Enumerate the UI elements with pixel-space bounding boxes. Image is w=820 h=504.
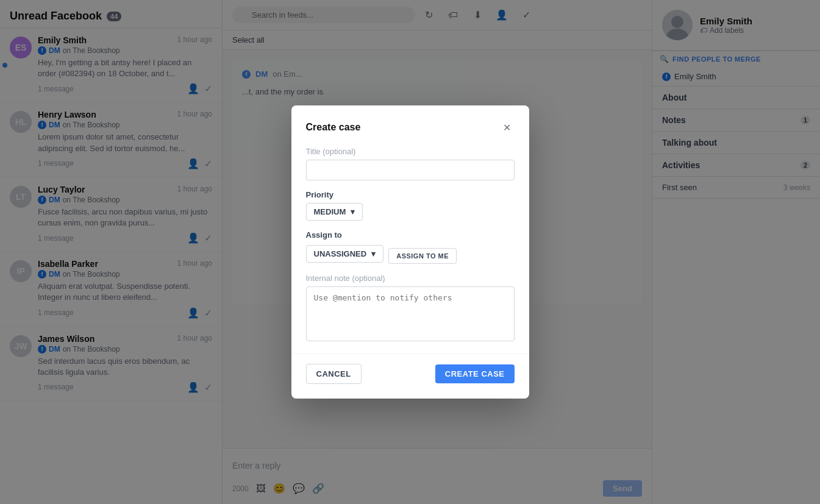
assign-value: UNASSIGNED: [314, 249, 367, 258]
title-label: Title (optional): [306, 147, 515, 156]
internal-note-field: Internal note (optional): [306, 274, 515, 344]
modal-footer: CANCEL CREATE CASE: [306, 364, 515, 384]
priority-field: Priority MEDIUM ▾: [306, 190, 515, 221]
create-case-modal: Create case ✕ Title (optional) Priority …: [291, 105, 529, 399]
modal-header: Create case ✕: [306, 120, 515, 135]
assign-select[interactable]: UNASSIGNED ▾: [306, 245, 384, 263]
assign-label: Assign to: [306, 230, 515, 240]
priority-label: Priority: [306, 190, 515, 199]
modal-title: Create case: [306, 122, 361, 133]
modal-overlay: Create case ✕ Title (optional) Priority …: [0, 0, 820, 504]
priority-chevron: ▾: [351, 207, 355, 216]
title-input[interactable]: [306, 160, 515, 180]
assign-chevron: ▾: [371, 249, 376, 258]
modal-close-button[interactable]: ✕: [500, 120, 515, 135]
create-case-button[interactable]: CREATE CASE: [435, 364, 515, 383]
assign-field: Assign to UNASSIGNED ▾ ASSIGN TO ME: [306, 230, 515, 264]
modal-divider: [291, 353, 529, 354]
title-optional: (optional): [323, 147, 355, 156]
priority-select[interactable]: MEDIUM ▾: [306, 203, 363, 221]
internal-note-label: Internal note (optional): [306, 274, 515, 283]
internal-note-textarea[interactable]: [306, 286, 515, 341]
internal-note-optional: (optional): [352, 274, 385, 283]
priority-value: MEDIUM: [314, 207, 346, 216]
cancel-button[interactable]: CANCEL: [306, 364, 362, 384]
assign-controls: UNASSIGNED ▾ ASSIGN TO ME: [306, 243, 515, 264]
assign-to-me-button[interactable]: ASSIGN TO ME: [388, 248, 457, 264]
title-field: Title (optional): [306, 147, 515, 180]
